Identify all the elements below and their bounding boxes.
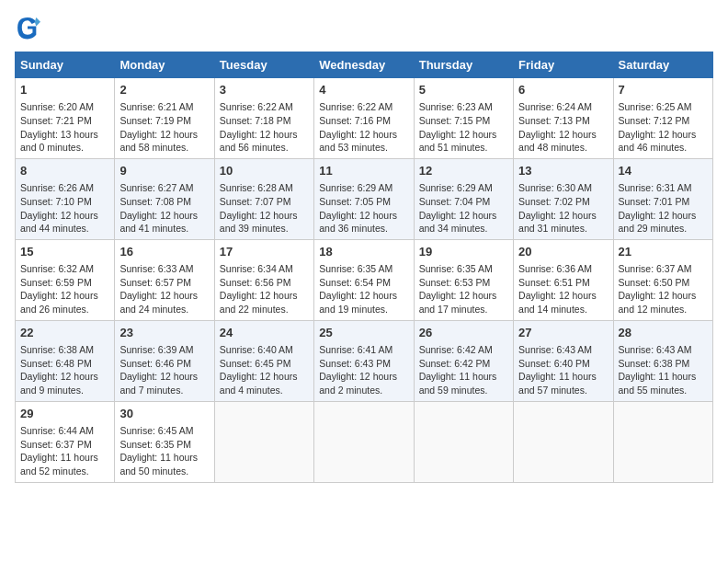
calendar-table: SundayMondayTuesdayWednesdayThursdayFrid… xyxy=(15,52,713,483)
day-number: 28 xyxy=(619,325,708,341)
day-number: 20 xyxy=(518,244,608,260)
calendar-cell: 3Sunrise: 6:22 AMSunset: 7:18 PMDaylight… xyxy=(214,78,313,159)
logo xyxy=(15,15,44,40)
day-detail: Sunrise: 6:25 AMSunset: 7:12 PMDaylight:… xyxy=(619,100,708,155)
day-number: 16 xyxy=(119,244,209,260)
calendar-cell: 20Sunrise: 6:36 AMSunset: 6:51 PMDayligh… xyxy=(514,239,613,320)
day-number: 21 xyxy=(619,244,708,260)
weekday-header-friday: Friday xyxy=(514,52,613,78)
day-detail: Sunrise: 6:23 AMSunset: 7:15 PMDaylight:… xyxy=(419,100,508,155)
day-number: 23 xyxy=(119,325,209,341)
day-number: 25 xyxy=(319,325,408,341)
day-number: 17 xyxy=(220,244,309,260)
calendar-cell: 9Sunrise: 6:27 AMSunset: 7:08 PMDaylight… xyxy=(115,158,214,239)
calendar-cell: 5Sunrise: 6:23 AMSunset: 7:15 PMDaylight… xyxy=(414,78,513,159)
calendar-cell xyxy=(214,401,313,482)
day-number: 15 xyxy=(20,244,109,260)
day-detail: Sunrise: 6:39 AMSunset: 6:46 PMDaylight:… xyxy=(119,343,209,397)
calendar-cell: 15Sunrise: 6:32 AMSunset: 6:59 PMDayligh… xyxy=(16,239,115,320)
calendar-cell xyxy=(613,401,712,482)
day-detail: Sunrise: 6:29 AMSunset: 7:05 PMDaylight:… xyxy=(319,181,408,236)
day-detail: Sunrise: 6:42 AMSunset: 6:42 PMDaylight:… xyxy=(419,343,508,397)
day-detail: Sunrise: 6:32 AMSunset: 6:59 PMDaylight:… xyxy=(20,262,109,316)
calendar-cell: 8Sunrise: 6:26 AMSunset: 7:10 PMDaylight… xyxy=(16,158,115,239)
day-number: 22 xyxy=(20,325,109,341)
day-detail: Sunrise: 6:27 AMSunset: 7:08 PMDaylight:… xyxy=(119,181,209,236)
calendar-cell: 29Sunrise: 6:44 AMSunset: 6:37 PMDayligh… xyxy=(16,401,115,482)
day-number: 9 xyxy=(119,163,209,179)
day-number: 12 xyxy=(419,163,508,179)
day-detail: Sunrise: 6:41 AMSunset: 6:43 PMDaylight:… xyxy=(319,343,408,397)
calendar-cell xyxy=(414,401,513,482)
day-detail: Sunrise: 6:40 AMSunset: 6:45 PMDaylight:… xyxy=(220,343,309,397)
calendar-cell: 26Sunrise: 6:42 AMSunset: 6:42 PMDayligh… xyxy=(414,320,513,401)
day-number: 30 xyxy=(119,406,209,422)
day-detail: Sunrise: 6:38 AMSunset: 6:48 PMDaylight:… xyxy=(20,343,109,397)
day-detail: Sunrise: 6:37 AMSunset: 6:50 PMDaylight:… xyxy=(619,262,708,316)
day-detail: Sunrise: 6:21 AMSunset: 7:19 PMDaylight:… xyxy=(119,100,209,155)
calendar-cell xyxy=(514,401,613,482)
calendar-week-row: 1Sunrise: 6:20 AMSunset: 7:21 PMDaylight… xyxy=(16,78,713,159)
day-detail: Sunrise: 6:35 AMSunset: 6:54 PMDaylight:… xyxy=(319,262,408,316)
day-detail: Sunrise: 6:22 AMSunset: 7:18 PMDaylight:… xyxy=(220,100,309,155)
calendar-cell: 22Sunrise: 6:38 AMSunset: 6:48 PMDayligh… xyxy=(16,320,115,401)
calendar-cell: 23Sunrise: 6:39 AMSunset: 6:46 PMDayligh… xyxy=(115,320,214,401)
calendar-cell xyxy=(314,401,414,482)
day-number: 18 xyxy=(319,244,408,260)
calendar-cell: 24Sunrise: 6:40 AMSunset: 6:45 PMDayligh… xyxy=(214,320,313,401)
calendar-cell: 1Sunrise: 6:20 AMSunset: 7:21 PMDaylight… xyxy=(16,78,115,159)
day-detail: Sunrise: 6:24 AMSunset: 7:13 PMDaylight:… xyxy=(518,100,608,155)
calendar-cell: 4Sunrise: 6:22 AMSunset: 7:16 PMDaylight… xyxy=(314,78,414,159)
day-number: 29 xyxy=(20,406,109,422)
calendar-week-row: 29Sunrise: 6:44 AMSunset: 6:37 PMDayligh… xyxy=(16,401,713,482)
day-number: 27 xyxy=(518,325,608,341)
day-number: 19 xyxy=(419,244,508,260)
calendar-cell: 30Sunrise: 6:45 AMSunset: 6:35 PMDayligh… xyxy=(115,401,214,482)
day-detail: Sunrise: 6:30 AMSunset: 7:02 PMDaylight:… xyxy=(518,181,608,236)
calendar-cell: 14Sunrise: 6:31 AMSunset: 7:01 PMDayligh… xyxy=(613,158,712,239)
day-number: 14 xyxy=(619,163,708,179)
day-detail: Sunrise: 6:28 AMSunset: 7:07 PMDaylight:… xyxy=(220,181,309,236)
day-detail: Sunrise: 6:43 AMSunset: 6:38 PMDaylight:… xyxy=(619,343,708,397)
day-detail: Sunrise: 6:36 AMSunset: 6:51 PMDaylight:… xyxy=(518,262,608,316)
calendar-cell: 7Sunrise: 6:25 AMSunset: 7:12 PMDaylight… xyxy=(613,78,712,159)
calendar-cell: 27Sunrise: 6:43 AMSunset: 6:40 PMDayligh… xyxy=(514,320,613,401)
day-detail: Sunrise: 6:26 AMSunset: 7:10 PMDaylight:… xyxy=(20,181,109,236)
page-header xyxy=(15,15,713,40)
day-detail: Sunrise: 6:44 AMSunset: 6:37 PMDaylight:… xyxy=(20,424,109,478)
calendar-cell: 19Sunrise: 6:35 AMSunset: 6:53 PMDayligh… xyxy=(414,239,513,320)
day-number: 6 xyxy=(518,82,608,98)
weekday-header-saturday: Saturday xyxy=(613,52,712,78)
calendar-cell: 13Sunrise: 6:30 AMSunset: 7:02 PMDayligh… xyxy=(514,158,613,239)
day-detail: Sunrise: 6:35 AMSunset: 6:53 PMDaylight:… xyxy=(419,262,508,316)
calendar-cell: 25Sunrise: 6:41 AMSunset: 6:43 PMDayligh… xyxy=(314,320,414,401)
day-number: 26 xyxy=(419,325,508,341)
day-number: 5 xyxy=(419,82,508,98)
weekday-header-row: SundayMondayTuesdayWednesdayThursdayFrid… xyxy=(16,52,713,78)
calendar-cell: 18Sunrise: 6:35 AMSunset: 6:54 PMDayligh… xyxy=(314,239,414,320)
calendar-week-row: 22Sunrise: 6:38 AMSunset: 6:48 PMDayligh… xyxy=(16,320,713,401)
day-number: 1 xyxy=(20,82,109,98)
day-number: 13 xyxy=(518,163,608,179)
calendar-cell: 6Sunrise: 6:24 AMSunset: 7:13 PMDaylight… xyxy=(514,78,613,159)
day-number: 7 xyxy=(619,82,708,98)
day-number: 2 xyxy=(119,82,209,98)
day-number: 10 xyxy=(220,163,309,179)
day-number: 11 xyxy=(319,163,408,179)
calendar-cell: 2Sunrise: 6:21 AMSunset: 7:19 PMDaylight… xyxy=(115,78,214,159)
weekday-header-tuesday: Tuesday xyxy=(214,52,313,78)
calendar-cell: 11Sunrise: 6:29 AMSunset: 7:05 PMDayligh… xyxy=(314,158,414,239)
day-detail: Sunrise: 6:43 AMSunset: 6:40 PMDaylight:… xyxy=(518,343,608,397)
day-number: 8 xyxy=(20,163,109,179)
weekday-header-wednesday: Wednesday xyxy=(314,52,414,78)
day-detail: Sunrise: 6:22 AMSunset: 7:16 PMDaylight:… xyxy=(319,100,408,155)
calendar-cell: 10Sunrise: 6:28 AMSunset: 7:07 PMDayligh… xyxy=(214,158,313,239)
calendar-cell: 28Sunrise: 6:43 AMSunset: 6:38 PMDayligh… xyxy=(613,320,712,401)
day-detail: Sunrise: 6:31 AMSunset: 7:01 PMDaylight:… xyxy=(619,181,708,236)
calendar-cell: 16Sunrise: 6:33 AMSunset: 6:57 PMDayligh… xyxy=(115,239,214,320)
calendar-week-row: 8Sunrise: 6:26 AMSunset: 7:10 PMDaylight… xyxy=(16,158,713,239)
logo-icon xyxy=(15,15,40,40)
weekday-header-thursday: Thursday xyxy=(414,52,513,78)
day-detail: Sunrise: 6:34 AMSunset: 6:56 PMDaylight:… xyxy=(220,262,309,316)
calendar-cell: 17Sunrise: 6:34 AMSunset: 6:56 PMDayligh… xyxy=(214,239,313,320)
